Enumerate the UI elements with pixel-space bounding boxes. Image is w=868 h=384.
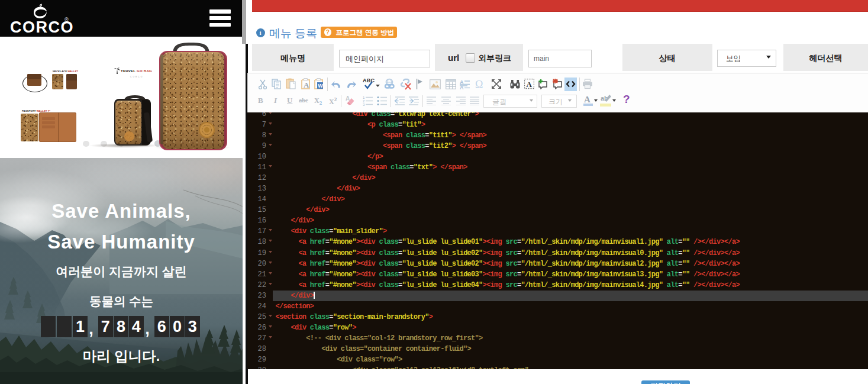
svg-text:Ω: Ω (475, 79, 483, 89)
svg-text:A: A (460, 85, 464, 90)
svg-text:A: A (346, 95, 350, 102)
svg-text:3: 3 (363, 103, 365, 107)
svg-text:A: A (304, 80, 309, 89)
svg-text:A: A (527, 80, 533, 89)
svg-text:ABC: ABC (363, 78, 375, 83)
svg-text:W: W (318, 83, 323, 89)
